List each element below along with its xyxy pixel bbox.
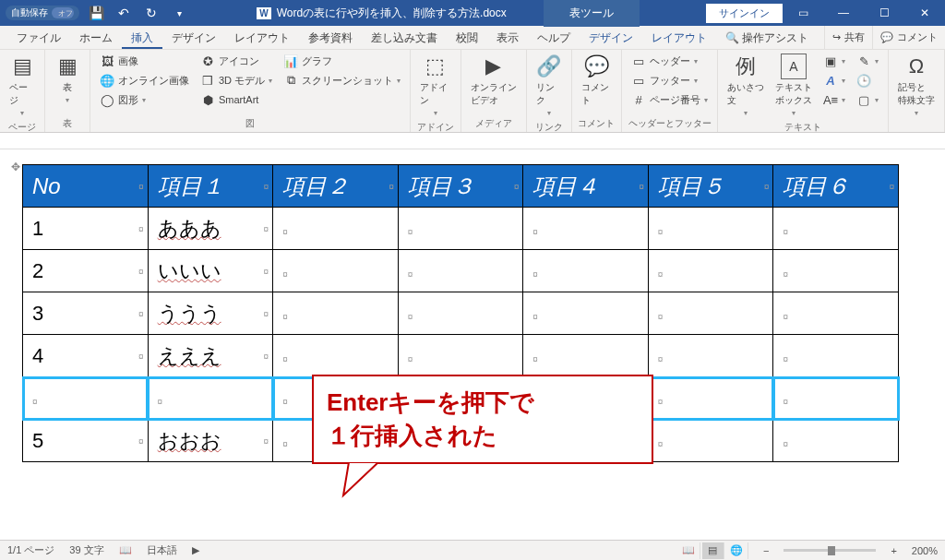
tab-help[interactable]: ヘルプ	[528, 26, 580, 49]
tab-design[interactable]: デザイン	[162, 26, 225, 49]
tab-table-layout[interactable]: レイアウト	[642, 26, 716, 49]
table-cell[interactable]: ¤	[648, 377, 773, 420]
tab-mailings[interactable]: 差し込み文書	[362, 26, 447, 49]
qat-customize-icon[interactable]: ▾	[168, 2, 190, 24]
view-web-icon[interactable]: 🌐	[726, 542, 748, 559]
table-cell[interactable]: 1¤	[23, 208, 149, 250]
dropcap-button[interactable]: A≡	[819, 90, 849, 109]
symbols-button[interactable]: Ω記号と 特殊文字	[894, 52, 939, 119]
table-cell[interactable]: ¤	[523, 335, 649, 377]
table-header-row[interactable]: No¤ 項目１¤ 項目２¤ 項目３¤ 項目４¤ 項目５¤ 項目６¤	[23, 165, 899, 208]
pageno-button[interactable]: #ページ番号	[628, 90, 712, 109]
table-cell[interactable]: あああ¤	[148, 208, 273, 250]
tab-insert[interactable]: 挿入	[122, 26, 162, 49]
view-print-icon[interactable]: ▤	[702, 542, 724, 559]
status-words[interactable]: 39 文字	[69, 543, 103, 557]
signature-button[interactable]: ✎	[853, 52, 882, 70]
tab-review[interactable]: 校閲	[447, 26, 487, 49]
table-cell[interactable]: ¤	[648, 250, 773, 292]
online-video-button[interactable]: ▶オンライン ビデオ	[467, 52, 520, 109]
table-cell[interactable]: ¤	[648, 335, 773, 377]
screenshot-button[interactable]: ⧉スクリーンショット	[280, 71, 404, 89]
tab-layout[interactable]: レイアウト	[225, 26, 299, 49]
signin-button[interactable]: サインイン	[706, 4, 783, 23]
table-header-cell[interactable]: 項目５¤	[648, 165, 773, 208]
table-header-cell[interactable]: 項目１¤	[148, 165, 273, 208]
footer-button[interactable]: ▭フッター	[628, 71, 712, 89]
table-cell[interactable]: ¤	[773, 377, 899, 420]
comments-button[interactable]: 💬 コメント	[872, 26, 945, 49]
table-cell[interactable]: ¤	[398, 208, 523, 250]
table-cell[interactable]: ¤	[23, 377, 149, 420]
table-cell[interactable]: おおお¤	[148, 420, 273, 462]
table-cell[interactable]: ¤	[523, 208, 649, 250]
autosave-toggle[interactable]: 自動保存 オフ	[6, 6, 79, 20]
table-cell[interactable]: 4¤	[23, 335, 149, 377]
pages-button[interactable]: ▤ページ	[6, 52, 39, 119]
status-page[interactable]: 1/1 ページ	[7, 543, 54, 557]
table-cell[interactable]: ¤	[648, 292, 773, 335]
tab-view[interactable]: 表示	[487, 26, 528, 49]
tab-file[interactable]: ファイル	[7, 26, 70, 49]
table-cell[interactable]: ¤	[398, 250, 523, 292]
view-read-icon[interactable]: 📖	[678, 542, 700, 559]
comment-button[interactable]: 💬コメント	[578, 52, 616, 109]
table-cell[interactable]: ¤	[523, 292, 649, 335]
wordart-button[interactable]: A	[819, 71, 849, 89]
table-cell[interactable]: ¤	[773, 420, 899, 462]
table-button[interactable]: ▦表	[51, 52, 84, 106]
icons-button[interactable]: ✪アイコン	[197, 52, 276, 70]
table-cell[interactable]: ¤	[273, 335, 399, 377]
online-image-button[interactable]: 🌐オンライン画像	[96, 71, 193, 89]
links-button[interactable]: 🔗リンク	[532, 52, 566, 119]
table-cell[interactable]: ¤	[273, 250, 399, 292]
table-anchor-icon[interactable]: ✥	[11, 161, 20, 173]
header-button[interactable]: ▭ヘッダー	[628, 52, 712, 70]
table-cell[interactable]: いいい¤	[148, 250, 273, 292]
table-cell[interactable]: ¤	[398, 335, 523, 377]
table-tools-tab[interactable]: 表ツール	[544, 0, 640, 27]
table-header-cell[interactable]: 項目２¤	[273, 165, 399, 208]
undo-icon[interactable]: ↶	[113, 2, 135, 24]
status-lang[interactable]: 日本語	[147, 543, 177, 557]
save-icon[interactable]: 💾	[85, 2, 107, 24]
status-macro-icon[interactable]: ▶	[192, 544, 199, 556]
zoom-value[interactable]: 200%	[912, 545, 938, 556]
table-cell[interactable]: ¤	[273, 292, 399, 335]
table-cell[interactable]: 2¤	[23, 250, 149, 292]
table-row[interactable]: 3¤ううう¤¤¤¤¤¤	[23, 292, 899, 335]
callout-box[interactable]: Enterキーを押下で １行挿入された	[312, 375, 653, 464]
datetime-button[interactable]: 🕒	[853, 71, 882, 89]
table-cell[interactable]: ¤	[273, 208, 399, 250]
tab-table-design[interactable]: デザイン	[580, 26, 642, 49]
table-row[interactable]: 2¤いいい¤¤¤¤¤¤	[23, 250, 899, 292]
status-proofing-icon[interactable]: 📖	[119, 544, 132, 556]
table-cell[interactable]: ¤	[773, 250, 899, 292]
minimize-icon[interactable]: —	[823, 0, 864, 26]
textbox-button[interactable]: Aテキスト ボックス	[772, 52, 816, 119]
zoom-slider[interactable]	[784, 549, 876, 552]
3dmodels-button[interactable]: ❒3D モデル	[197, 71, 276, 89]
document-area[interactable]: ✥ No¤ 項目１¤ 項目２¤ 項目３¤ 項目４¤ 項目５¤ 項目６¤ 1¤ああ…	[0, 149, 945, 540]
tab-references[interactable]: 参考資料	[299, 26, 362, 49]
table-cell[interactable]: ¤	[148, 377, 273, 420]
table-cell[interactable]: ¤	[398, 292, 523, 335]
table-cell[interactable]: 5¤	[23, 420, 149, 462]
table-cell[interactable]: 3¤	[23, 292, 149, 335]
table-cell[interactable]: ¤	[773, 208, 899, 250]
greeting-button[interactable]: 例あいさつ 文	[724, 52, 768, 119]
image-button[interactable]: 🖼画像	[96, 52, 193, 70]
table-header-cell[interactable]: 項目４¤	[523, 165, 649, 208]
zoom-in-button[interactable]: +	[891, 545, 896, 556]
table-row[interactable]: 4¤えええ¤¤¤¤¤¤	[23, 335, 899, 377]
chart-button[interactable]: 📊グラフ	[280, 52, 404, 70]
table-cell[interactable]: ¤	[648, 420, 773, 462]
table-cell[interactable]: えええ¤	[148, 335, 273, 377]
redo-icon[interactable]: ↻	[140, 2, 162, 24]
tell-me-search[interactable]: 🔍 操作アシスト	[716, 26, 818, 49]
table-header-cell[interactable]: 項目６¤	[773, 165, 899, 208]
zoom-out-button[interactable]: −	[763, 545, 769, 556]
table-cell[interactable]: ¤	[773, 292, 899, 335]
table-cell[interactable]: ¤	[523, 250, 649, 292]
zoom-thumb[interactable]	[828, 546, 835, 555]
